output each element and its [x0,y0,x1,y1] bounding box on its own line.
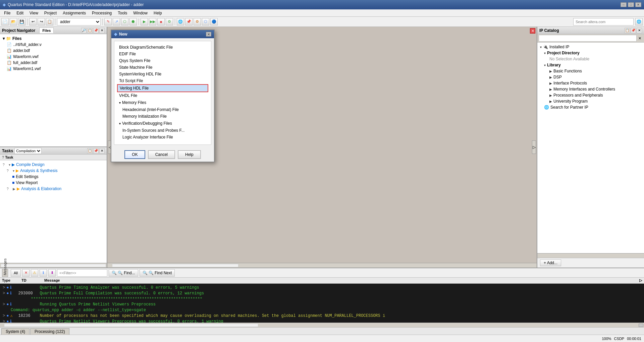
ip-item-interface[interactable]: ▶ Interface Protocols [537,80,644,86]
messages-content[interactable]: > ● ℹ Quartus Prime Timing Analyzer was … [0,284,644,323]
menu-processing[interactable]: Processing [89,10,114,16]
menu-help[interactable]: Help [151,10,165,16]
new-button[interactable]: 📄 [1,18,9,25]
nav-pin[interactable]: 📌 [93,28,99,33]
search-altera-input[interactable] [573,18,634,25]
msg-vscroll-handle[interactable] [639,324,643,327]
center-scroll-right[interactable]: ▷ [532,140,536,154]
info-btn[interactable]: 🔵 [210,18,218,25]
undo-button[interactable]: ↩ [29,18,37,25]
menu-file[interactable]: File [1,10,13,16]
dialog-item-12[interactable]: In-System Sources and Probes F... [117,127,208,134]
msg-filter-input[interactable] [57,269,107,277]
messages-sidebar-tab[interactable]: Messages [2,269,8,277]
task-item-1[interactable]: ? ▾ ▶ Analysis & Synthesis [0,168,107,174]
ip-search-clear[interactable]: ✕ [637,35,643,41]
msg-expand-6[interactable]: > [3,319,5,323]
add-button[interactable]: + Add... [540,260,561,266]
task-item-2[interactable]: ■ Edit Settings [0,174,107,180]
msg-hscroll[interactable] [0,323,644,327]
msg-expand-1[interactable]: > [3,291,5,296]
dialog-item-1[interactable]: EDIF File [117,51,208,57]
dialog-item-0[interactable]: Block Diagram/Schematic File [117,44,208,51]
task-item-0[interactable]: ? ▾ ▶ Compile Design [0,162,107,168]
maximize-button[interactable]: □ [628,2,634,7]
compile-btn[interactable]: ⬢ [129,18,137,25]
tasks-dropdown[interactable]: Compilation [14,148,42,154]
center-hscroll[interactable] [107,263,537,268]
menu-tools[interactable]: Tools [115,10,130,16]
msg-expand-5[interactable]: > [3,313,5,319]
fast-run-btn[interactable]: ▶▶ [149,18,156,25]
project-select[interactable]: adder [57,18,101,25]
file-item-2[interactable]: 📊 Waveform.vwf [0,54,107,60]
task-item-3[interactable]: ■ View Report [0,180,107,186]
minimize-button[interactable]: ─ [621,2,627,7]
ip-item-memory[interactable]: ▶ Memory Interfaces and Controllers [537,86,644,92]
ip-item-library[interactable]: ▾ Library [537,62,644,68]
dialog-item-2[interactable]: Qsys System File [117,57,208,64]
edit-btn[interactable]: ✎ [104,18,112,25]
ip-item-dsp[interactable]: ▶ DSP [537,74,644,80]
analyze-btn[interactable]: ↗ [113,18,120,25]
rtl-btn[interactable]: ⬡ [121,18,128,25]
tasks-hscroll[interactable] [0,263,107,268]
menu-assignments[interactable]: Assignments [60,10,89,16]
msg-scroll-right[interactable]: ▷ [639,278,642,283]
globe-search-btn[interactable]: 🌐 [635,18,643,25]
compile-full-btn[interactable]: ⚙ [166,18,173,25]
dialog-item-3[interactable]: State Machine File [117,64,208,71]
dialog-item-6-selected[interactable]: Verilog HDL File [117,84,208,92]
center-close-btn[interactable]: ✕ [530,28,535,34]
stop-btn[interactable]: ■ [157,18,165,25]
dialog-section-verify[interactable]: ▾ Verification/Debugging Files [117,120,208,127]
nav-close[interactable]: ✕ [99,28,105,33]
globe-btn[interactable]: 🌐 [177,18,184,25]
menu-project[interactable]: Project [42,10,59,16]
dialog-item-9[interactable]: Hexadecimal (Intel-Format) File [117,106,208,113]
tasks-icon-1[interactable]: 📋 [87,148,93,154]
msg-all-btn[interactable]: All [11,269,21,277]
open-button[interactable]: 📂 [10,18,17,25]
msg-error-btn[interactable]: ✕ [22,269,30,277]
dialog-item-4[interactable]: SystemVerilog HDL File [117,71,208,77]
ip-vscroll-bottom[interactable] [537,253,644,258]
task-item-4[interactable]: ? ▶ ▶ Analysis & Elaboration [0,186,107,192]
file-item-0[interactable]: 📄 ../rtl/full_adder.v [0,42,107,48]
ip-item-processors[interactable]: ▶ Processors and Peripherals [537,92,644,98]
center-hscroll-track[interactable] [112,264,238,267]
msg-warning-btn[interactable]: ⚠ [31,269,38,277]
files-folder[interactable]: ▾ 📁 Files [0,36,107,42]
msg-info-btn[interactable]: ℹ [40,269,47,277]
ip-item-partner[interactable]: 🌐 Search for Partner IP [537,104,644,110]
tab-system[interactable]: System (4) [1,328,30,335]
ip-item-installed[interactable]: ▾ 🔌 Installed IP [537,44,644,50]
redo-button[interactable]: ↪ [38,18,45,25]
ip-pin[interactable]: 📌 [631,28,636,33]
msg-suppress-btn[interactable]: ⬇ [48,269,56,277]
file-item-3[interactable]: 📋 full_adder.bdf [0,60,107,66]
menu-window[interactable]: Window [130,10,150,16]
pin-btn[interactable]: 📌 [185,18,193,25]
dialog-close-button[interactable]: ✕ [206,32,211,37]
ip-icon-1[interactable]: 📋 [625,28,630,33]
ip-search-input[interactable] [539,35,637,42]
menu-view[interactable]: View [27,10,41,16]
nav-icon-1[interactable]: 🔎 [81,28,87,33]
find-button[interactable]: 🔍 🔍 Find... [109,269,138,277]
nav-icon-2[interactable]: 📋 [87,28,93,33]
save-button[interactable]: 💾 [18,18,25,25]
dialog-item-5[interactable]: Tcl Script File [117,77,208,84]
msg-expand-0[interactable]: > [3,285,5,291]
dialog-item-13[interactable]: Logic Analyzer Interface File [117,134,208,140]
settings-btn[interactable]: ⚙ [194,18,201,25]
ip-close[interactable]: ✕ [637,28,642,33]
find-next-button[interactable]: 🔍 🔍 Find Next [140,269,175,277]
tasks-close[interactable]: ✕ [99,148,105,154]
dialog-ok-button[interactable]: OK [124,150,145,159]
tasks-pin[interactable]: 📌 [93,148,99,154]
msg-expand-3[interactable]: > [3,302,5,307]
file-item-4[interactable]: 📊 Waveform1.vwf [0,66,107,72]
dialog-item-7[interactable]: VHDL File [117,92,208,99]
copy-button[interactable]: 📋 [46,18,53,25]
